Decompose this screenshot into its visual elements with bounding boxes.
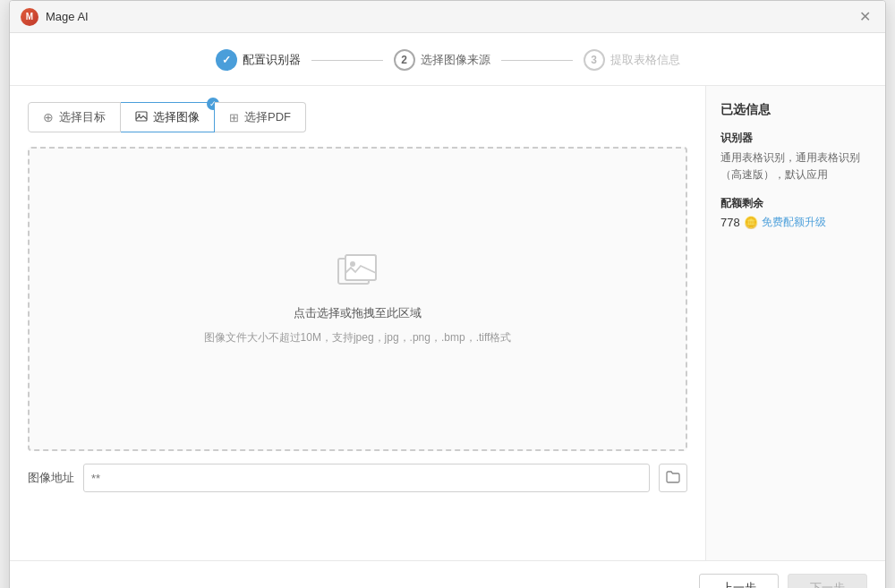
tabs: ⊕ 选择目标 选择图像 ✓	[28, 102, 687, 132]
stepper: ✓ 配置识别器 2 选择图像来源 3 提取表格信息	[10, 33, 885, 86]
recognizer-label: 识别器	[720, 131, 871, 146]
quota-number: 778	[720, 216, 740, 229]
app-title: Mage AI	[46, 10, 89, 23]
step-2: 2 选择图像来源	[394, 49, 490, 71]
title-bar: M Mage AI ✕	[10, 1, 885, 33]
step-3-circle: 3	[584, 49, 605, 71]
folder-icon	[666, 471, 680, 486]
step-2-label: 选择图像来源	[421, 52, 490, 68]
drop-zone-icon	[337, 253, 379, 296]
image-url-label: 图像地址	[28, 470, 74, 486]
close-button[interactable]: ✕	[856, 8, 874, 26]
pdf-icon: ⊞	[229, 111, 239, 124]
tab-select-target[interactable]: ⊕ 选择目标	[28, 102, 121, 132]
image-url-folder-button[interactable]	[659, 464, 687, 492]
tab-select-image[interactable]: 选择图像 ✓	[121, 102, 215, 132]
tab-select-target-label: 选择目标	[59, 109, 106, 125]
main-window: M Mage AI ✕ ✓ 配置识别器 2 选择图像来源 3 提取表格信息	[9, 0, 886, 588]
app-logo: M	[21, 8, 38, 26]
image-url-input[interactable]	[83, 464, 650, 492]
info-panel-title: 已选信息	[720, 102, 871, 118]
step-line-2	[501, 60, 573, 61]
prev-button[interactable]: 上一步	[699, 574, 779, 588]
quota-label: 配额剩余	[720, 196, 871, 211]
main-body: ⊕ 选择目标 选择图像 ✓	[10, 86, 885, 560]
recognizer-value: 通用表格识别，通用表格识别（高速版），默认应用	[720, 149, 871, 183]
tab-select-image-label: 选择图像	[153, 109, 200, 125]
svg-rect-0	[136, 112, 147, 121]
title-bar-left: M Mage AI	[21, 8, 89, 26]
step-1-circle: ✓	[216, 49, 237, 71]
quota-coin-icon: 🪙	[744, 216, 758, 229]
left-panel: ⊕ 选择目标 选择图像 ✓	[10, 86, 706, 560]
right-panel: 已选信息 识别器 通用表格识别，通用表格识别（高速版），默认应用 配额剩余 77…	[706, 86, 885, 560]
quota-upgrade-link[interactable]: 免费配额升级	[762, 215, 826, 230]
target-icon: ⊕	[43, 110, 54, 124]
step-1-label: 配置识别器	[243, 52, 301, 68]
step-2-circle: 2	[394, 49, 415, 71]
step-3: 3 提取表格信息	[584, 49, 680, 71]
svg-point-5	[350, 261, 355, 267]
quota-row: 778 🪙 免费配额升级	[720, 215, 871, 230]
drop-zone-hint: 图像文件大小不超过10M，支持jpeg，jpg，.png，.bmp，.tiff格…	[204, 330, 512, 345]
step-line-1	[311, 60, 383, 61]
image-url-row: 图像地址	[28, 464, 687, 492]
image-icon	[135, 110, 148, 125]
step-1: ✓ 配置识别器	[216, 49, 301, 71]
footer: 上一步 下一步	[10, 560, 885, 588]
tab-select-pdf-label: 选择PDF	[244, 109, 291, 125]
step-3-label: 提取表格信息	[610, 52, 680, 68]
tab-select-pdf[interactable]: ⊞ 选择PDF	[215, 102, 306, 132]
drop-zone[interactable]: 点击选择或拖拽至此区域 图像文件大小不超过10M，支持jpeg，jpg，.png…	[28, 147, 687, 451]
drop-zone-text: 点击选择或拖拽至此区域	[294, 305, 422, 321]
next-button[interactable]: 下一步	[788, 574, 867, 588]
